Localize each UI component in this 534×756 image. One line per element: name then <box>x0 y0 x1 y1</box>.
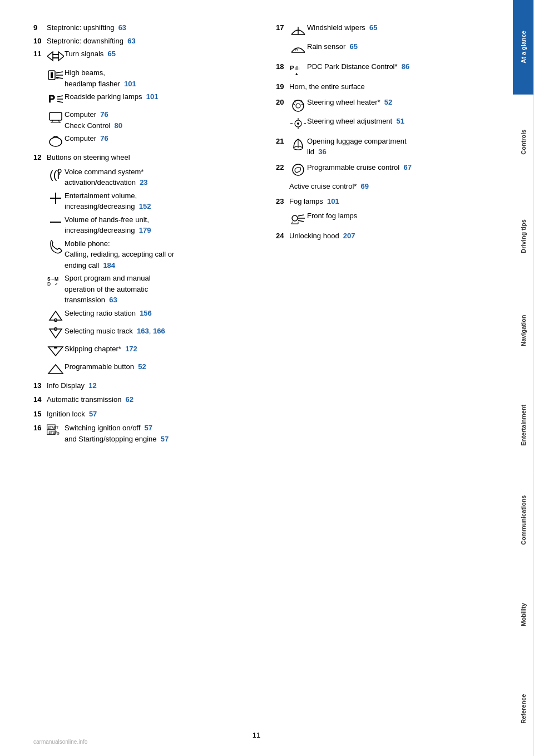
item-19: 19 Horn, the entire surface <box>276 81 496 92</box>
item-12-radio-text: Selecting radio station 156 <box>65 308 254 319</box>
item-20-adjust-text: Steering wheel adjustment 51 <box>307 116 496 127</box>
item-10: 10 Steptronic: downshifting 63 <box>33 36 254 47</box>
item-20-page1: 52 <box>384 98 392 106</box>
svg-line-62 <box>298 215 304 216</box>
item-14: 14 Automatic transmission 62 <box>33 394 254 405</box>
item-22-page2: 69 <box>361 182 369 190</box>
item-16-text: Switching ignition on/off 57and Starting… <box>65 423 254 444</box>
item-12-prog-text: Programmable button 52 <box>65 361 254 372</box>
item-17-wipers-text: Windshield wipers 65 <box>307 22 496 33</box>
programmable-button-icon <box>47 361 65 377</box>
item-12: 12 Buttons on steering wheel ((ı̇ Voice … <box>33 152 254 377</box>
item-15-text: Ignition lock 57 <box>47 409 254 420</box>
svg-text:((ı̇: ((ı̇ <box>50 169 60 181</box>
item-14-text: Automatic transmission 62 <box>47 394 254 405</box>
item-20: 20 Steering wheel heater* 52 <box>276 97 496 131</box>
item-11-computer1: Computer 76Check Control 80 <box>47 109 254 131</box>
item-24: 24 Unlocking hood 207 <box>276 230 496 242</box>
item-11: 11 Turn signals 65 <box>33 48 254 149</box>
item-17-page2: 65 <box>350 42 358 51</box>
item-12-phone-text: Mobile phone:Calling, redialing, accepti… <box>65 238 254 271</box>
item-10-page: 63 <box>127 37 135 45</box>
computer1-icon <box>47 109 65 125</box>
item-18-text: PDC Park Distance Control* 86 <box>307 61 496 72</box>
right-column: 17 Windshield wipers 65 <box>276 22 496 448</box>
item-11-highbeam-text: High beams,headlamp flasher 101 <box>65 67 254 89</box>
sidebar-tab-entertainment[interactable]: Entertainment <box>513 378 534 473</box>
radio-icon <box>47 308 65 323</box>
item-12-chapter-text: Skipping chapter* 172 <box>65 343 254 355</box>
svg-marker-32 <box>48 365 63 374</box>
item-22-header: 22 Programmable cruise control 67 <box>276 162 496 178</box>
item-20-header: 20 Steering wheel heater* 52 <box>276 97 496 112</box>
phone-icon <box>47 238 65 254</box>
item-12-page7a: 163 <box>137 327 149 335</box>
cruise-control-icon <box>289 162 307 178</box>
item-19-num: 19 <box>276 81 289 92</box>
sidebar-tab-controls[interactable]: Controls <box>513 95 534 189</box>
luggage-icon <box>289 136 307 151</box>
item-17-rain: A Rain sensor 65 <box>289 41 496 57</box>
page-number: 11 <box>253 731 260 739</box>
item-11-turn-signals: Turn signals 65 <box>65 48 254 60</box>
wipers-icon <box>289 22 307 38</box>
item-12-page1: 23 <box>140 178 147 186</box>
sidebar-tab-driving-tips[interactable]: Driving tips <box>513 189 534 284</box>
item-15-page: 57 <box>89 410 97 418</box>
svg-point-60 <box>293 164 304 175</box>
highbeam-icon: ≡ <box>47 67 65 83</box>
sidebar-tab-mobility[interactable]: Mobility <box>513 567 534 662</box>
parking-lamps-icon: P P <box>47 91 65 107</box>
left-column: 9 Steptronic: upshifting 63 10 Steptroni… <box>33 22 254 448</box>
item-18-header: 18 P ıllı ▲ PDC Park Distance Control* 8… <box>276 61 496 77</box>
item-16-header: 16 START STOP ⚙ Switching ignition on/of… <box>33 423 254 444</box>
item-24-num: 24 <box>276 230 289 242</box>
item-21-header: 21 Opening luggage compartmentlid 36 <box>276 136 496 158</box>
sidebar-tab-reference[interactable]: Reference <box>513 661 534 756</box>
item-12-phone: Mobile phone:Calling, redialing, accepti… <box>47 238 254 271</box>
item-11-parking-text: Roadside parking lamps 101 <box>65 91 254 102</box>
item-18-num: 18 <box>276 61 289 72</box>
item-12-sm: S – M D ✓ Sport program and manualoperat… <box>47 273 254 306</box>
plus-icon <box>47 190 65 206</box>
item-22-page1: 67 <box>403 163 411 171</box>
item-11-computer1-text: Computer 76Check Control 80 <box>65 109 254 131</box>
item-9-page: 63 <box>118 23 126 32</box>
svg-text:A: A <box>295 47 298 52</box>
item-20-num: 20 <box>276 97 289 108</box>
item-12-page6: 156 <box>140 309 152 317</box>
minus-icon <box>47 214 65 230</box>
item-13-num: 13 <box>33 380 47 391</box>
item-9-text: Steptronic: upshifting 63 <box>47 22 254 33</box>
item-11-page1: 65 <box>108 50 116 58</box>
item-12-minus: Volume of hands-free unit,increasing/dec… <box>47 214 254 236</box>
item-15: 15 Ignition lock 57 <box>33 409 254 420</box>
item-12-voice-text: Voice command system*activation/deactiva… <box>65 166 254 188</box>
fog-lamps-icon <box>289 210 307 226</box>
computer2-icon <box>47 133 65 149</box>
item-18: 18 P ıllı ▲ PDC Park Distance Control* 8… <box>276 61 496 77</box>
item-23-front: Front fog lamps <box>289 210 496 226</box>
main-content: 9 Steptronic: upshifting 63 10 Steptroni… <box>0 0 513 756</box>
item-18-page: 86 <box>402 62 409 71</box>
item-12-plus-text: Entertainment volume,increasing/decreasi… <box>65 190 254 212</box>
item-23-text: Fog lamps 101 <box>289 196 496 207</box>
sidebar-tab-navigation[interactable]: Navigation <box>513 283 534 378</box>
svg-rect-3 <box>51 72 53 78</box>
item-12-page8: 172 <box>125 345 137 353</box>
item-12-chapter: Skipping chapter* 172 <box>47 343 254 359</box>
item-12-minus-text: Volume of hands-free unit,increasing/dec… <box>65 214 254 236</box>
sidebar-tab-at-a-glance[interactable]: At a glance <box>513 0 534 95</box>
svg-rect-13 <box>50 112 62 120</box>
sidebar-tab-communications[interactable]: Communications <box>513 473 534 567</box>
item-14-num: 14 <box>33 394 47 405</box>
item-12-page7b: 166 <box>153 327 165 335</box>
rain-sensor-icon: A <box>289 41 307 57</box>
item-23-front-text: Front fog lamps <box>307 210 496 222</box>
item-16: 16 START STOP ⚙ Switching ignition on/of… <box>33 423 254 444</box>
item-10-text: Steptronic: downshifting 63 <box>47 36 254 47</box>
item-13: 13 Info Display 12 <box>33 380 254 391</box>
item-23-num: 23 <box>276 196 289 207</box>
item-22-num: 22 <box>276 162 289 173</box>
item-12-music: Selecting music track 163, 166 <box>47 326 254 341</box>
